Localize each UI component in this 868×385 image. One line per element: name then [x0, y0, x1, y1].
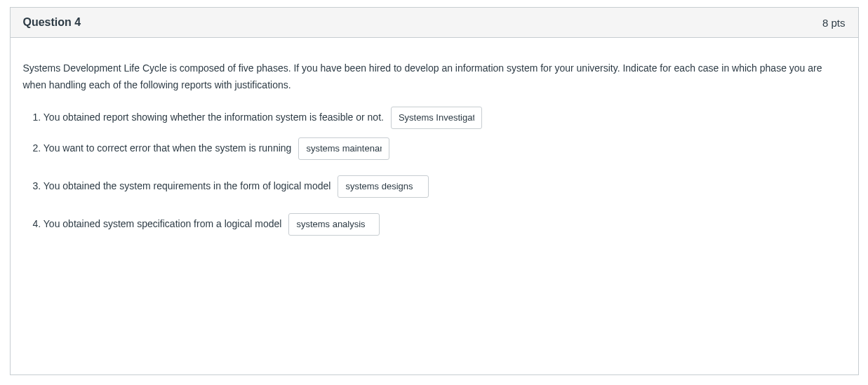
question-item-3: 3. You obtained the system requirements … [23, 175, 846, 198]
question-item-4: 4. You obtained system specification fro… [23, 213, 846, 236]
question-card: Question 4 8 pts Systems Development Lif… [10, 7, 859, 375]
item-text: 4. You obtained system specification fro… [33, 216, 282, 231]
item-text: 3. You obtained the system requirements … [33, 178, 331, 194]
answer-input-3[interactable] [338, 175, 429, 198]
item-text: 1. You obtained report showing whether t… [33, 109, 384, 125]
question-points: 8 pts [822, 17, 846, 29]
question-header: Question 4 8 pts [11, 8, 858, 38]
item-text: 2. You want to correct error that when t… [33, 140, 292, 156]
question-item-2: 2. You want to correct error that when t… [23, 137, 846, 160]
question-body: Systems Development Life Cycle is compos… [11, 38, 858, 374]
question-title: Question 4 [23, 16, 81, 29]
question-item-1: 1. You obtained report showing whether t… [23, 107, 846, 129]
answer-input-4[interactable] [288, 213, 380, 236]
answer-input-1[interactable] [391, 107, 482, 129]
answer-input-2[interactable] [298, 137, 389, 160]
question-prompt: Systems Development Life Cycle is compos… [23, 60, 846, 94]
